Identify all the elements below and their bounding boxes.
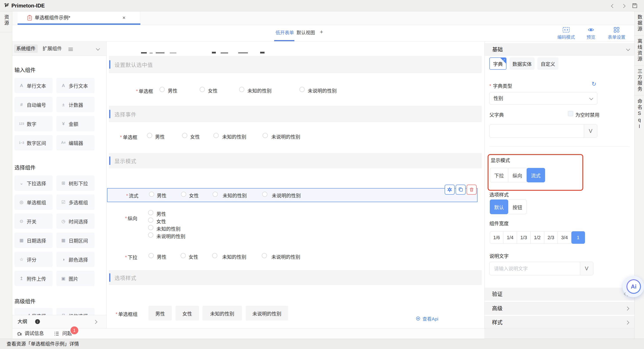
debug-info-button[interactable]: 调试信息 [24,329,44,339]
refresh-icon[interactable]: ↻ [592,81,596,87]
sidebar-item-named-sql[interactable]: 命名Sql [634,96,644,133]
width-1-3[interactable]: 1/3 [517,231,530,244]
palette-item-number[interactable]: 123数字 [14,116,53,131]
palette-item-rating[interactable]: ☆评分 [14,252,53,267]
component-copy-button[interactable] [456,185,466,195]
palette-item-auto-number[interactable]: #自动编号 [14,97,53,112]
radio-button[interactable] [182,133,187,138]
radio-button[interactable] [239,87,244,92]
width-1-6[interactable]: 1/6 [490,231,504,244]
radio-button[interactable] [212,192,218,197]
palette-item-radio-group[interactable]: ◎单选框组 [14,194,53,210]
palette-item-currency[interactable]: ¥金额 [56,116,94,131]
palette-item-tree-dropdown[interactable]: ⊞树形下拉 [56,175,94,191]
variable-binding-button[interactable]: V [580,262,593,275]
palette-collapse-icon[interactable] [96,47,99,51]
section-validation[interactable]: 验证 [484,288,634,301]
radio-button[interactable] [149,192,154,197]
tab-lowcode-form[interactable]: 低开表单 [276,29,294,36]
option-style-button[interactable]: 按钮 [508,200,527,214]
tab-dictionary[interactable]: 字典 ✓ [489,57,506,70]
radio-button[interactable] [148,217,153,223]
radio-button[interactable] [148,225,153,230]
component-delete-button[interactable] [466,185,477,195]
width-1-2[interactable]: 1/2 [530,231,544,244]
radio-button[interactable] [262,133,268,138]
option-button[interactable]: 男性 [148,306,172,321]
option-button[interactable]: 未说明的性别 [246,306,288,321]
option-button[interactable]: 女性 [176,306,199,321]
option-button[interactable]: 未知的性别 [202,306,242,321]
display-mode-flow[interactable]: 流式 [527,168,545,182]
radio-button[interactable] [300,87,305,92]
close-tab-icon[interactable]: × [122,11,126,24]
radio-button[interactable] [262,192,268,197]
sidebar-item-offline-resources[interactable]: 离线资源 [634,35,644,65]
palette-item-checkbox-group[interactable]: ☑多选框组 [56,194,94,210]
view-api-link[interactable]: 查看Api [416,315,438,322]
option-style-default[interactable]: 默认 [490,200,508,214]
display-mode-dropdown[interactable]: 下拉 [490,168,508,182]
palette-item-number-range[interactable]: 1~3数字区间 [14,135,53,150]
width-1-4[interactable]: 1/4 [504,231,517,244]
radio-button[interactable] [214,133,219,138]
component-settings-button[interactable] [444,185,455,195]
palette-item-person-select[interactable]: ○人员选择 [14,308,53,315]
save-icon[interactable] [632,3,638,9]
preview-button[interactable]: 预览 [576,26,606,40]
sidebar-item-thirdparty-services[interactable]: 三方服务 [634,65,644,95]
palette-item-multi-line-text[interactable]: A多行文本 [56,78,94,93]
radio-button[interactable] [200,87,205,92]
width-2-3[interactable]: 2/3 [544,231,558,244]
parent-dict-input[interactable]: V [489,124,597,138]
palette-item-switch[interactable]: ⊙开关 [14,214,53,229]
add-view-button[interactable]: + [320,28,323,35]
section-advanced[interactable]: 高级 [484,302,634,315]
section-style[interactable]: 样式 [484,316,634,329]
tab-custom[interactable]: 自定义 [538,57,558,70]
radio-button[interactable] [180,253,186,258]
palette-menu-icon[interactable] [68,47,73,52]
dict-type-select[interactable]: 性别 [489,92,597,105]
radio-button[interactable] [212,253,217,258]
tab-default-view[interactable]: 默认视图 [296,29,315,36]
palette-item-rich-editor[interactable]: A≡编辑器 [56,135,94,150]
help-text-input[interactable] [494,262,578,276]
tab-extension-components[interactable]: 扩展组件 [40,44,64,53]
selected-component-flow-radio[interactable]: * 流式 男性 女性 未知的性别 未说明的性别 [107,188,478,202]
palette-item-dropdown-select[interactable]: ⌄下拉选择 [14,175,53,191]
palette-item-counter[interactable]: ±计数器 [56,97,94,112]
radio-button[interactable] [147,133,152,138]
palette-item-org-select[interactable]: 品机构选择 [56,308,94,315]
sidebar-item-resources[interactable]: 资源 [0,11,12,29]
display-mode-vertical[interactable]: 纵向 [508,168,527,182]
disable-when-empty-checkbox[interactable] [568,111,573,116]
sidebar-item-datasource[interactable]: 数据源 [634,11,644,35]
radio-button[interactable] [148,253,154,258]
basic-section-header[interactable]: 基础 [484,43,634,56]
nav-back-icon[interactable] [612,4,614,8]
palette-item-date-range[interactable]: ▦日期区间 [56,233,94,248]
tab-data-entity[interactable]: 数据实体 [510,57,534,70]
palette-item-image[interactable]: ▣图片 [56,271,94,286]
variable-binding-button[interactable]: V [584,124,597,137]
radio-button[interactable] [148,232,153,238]
form-canvas[interactable]: 设置默认选中值 * 单选框 男性 女性 未知的性别 未说明的性别 选择事件 * … [106,42,484,328]
tab-system-components[interactable]: 系统组件 [14,44,38,53]
radio-button[interactable] [262,253,267,258]
palette-item-file-upload[interactable]: ↥附件上传 [14,271,53,286]
ai-assistant-button[interactable]: Ai [626,279,641,294]
radio-button[interactable] [148,210,153,215]
palette-item-single-line-text[interactable]: A单行文本 [14,78,53,93]
palette-item-date-picker[interactable]: ▦日期选择 [14,233,53,248]
width-full[interactable]: 1 [572,231,585,244]
palette-item-time-picker[interactable]: ◷时间选择 [56,214,94,229]
document-tab[interactable]: 单选框组件示例* × [18,11,140,25]
form-settings-button[interactable]: 表单设置 [602,26,631,40]
outline-toggle[interactable]: 大纲 i [12,315,106,328]
nav-forward-icon[interactable] [622,4,625,8]
palette-item-color-picker[interactable]: ◑颜色选择 [56,252,94,267]
radio-button[interactable] [181,192,186,197]
width-3-4[interactable]: 3/4 [558,231,572,244]
radio-button[interactable] [160,87,165,92]
